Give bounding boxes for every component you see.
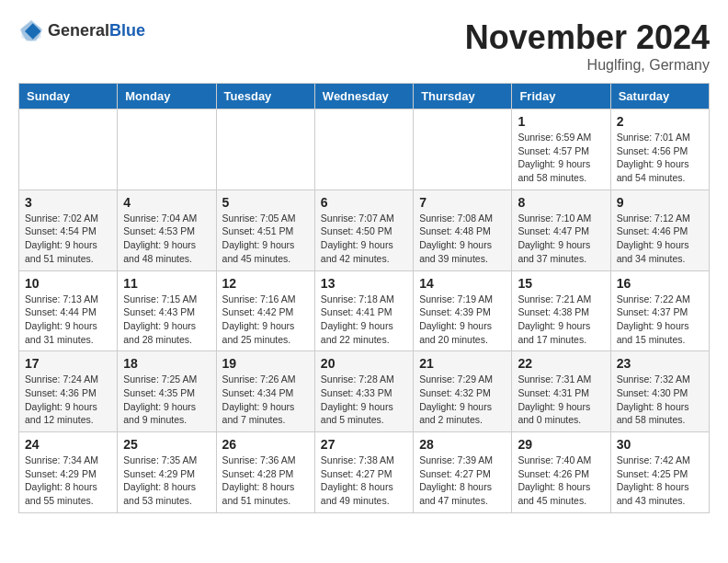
header-tuesday: Tuesday <box>216 84 314 109</box>
calendar-cell: 7Sunrise: 7:08 AM Sunset: 4:48 PM Daylig… <box>414 190 512 270</box>
location-subtitle: Huglfing, Germany <box>465 57 710 74</box>
day-info: Sunrise: 7:07 AM Sunset: 4:50 PM Dayligh… <box>321 212 407 266</box>
day-info: Sunrise: 7:25 AM Sunset: 4:35 PM Dayligh… <box>123 373 210 427</box>
calendar-cell: 9Sunrise: 7:12 AM Sunset: 4:46 PM Daylig… <box>610 190 709 270</box>
day-info: Sunrise: 7:13 AM Sunset: 4:44 PM Dayligh… <box>25 293 111 347</box>
day-number: 13 <box>321 276 407 291</box>
calendar-cell: 15Sunrise: 7:21 AM Sunset: 4:38 PM Dayli… <box>512 270 610 351</box>
day-number: 2 <box>617 114 703 129</box>
calendar-cell: 8Sunrise: 7:10 AM Sunset: 4:47 PM Daylig… <box>512 190 610 270</box>
calendar-cell: 21Sunrise: 7:29 AM Sunset: 4:32 PM Dayli… <box>414 351 512 432</box>
calendar-cell: 10Sunrise: 7:13 AM Sunset: 4:44 PM Dayli… <box>19 270 118 351</box>
day-info: Sunrise: 7:01 AM Sunset: 4:56 PM Dayligh… <box>617 131 703 185</box>
day-info: Sunrise: 7:15 AM Sunset: 4:43 PM Dayligh… <box>123 293 210 347</box>
day-info: Sunrise: 7:31 AM Sunset: 4:31 PM Dayligh… <box>518 373 604 427</box>
day-number: 8 <box>518 195 604 210</box>
calendar-cell: 3Sunrise: 7:02 AM Sunset: 4:54 PM Daylig… <box>19 190 118 270</box>
calendar-cell: 30Sunrise: 7:42 AM Sunset: 4:25 PM Dayli… <box>610 432 709 513</box>
day-number: 4 <box>123 195 210 210</box>
calendar-cell: 5Sunrise: 7:05 AM Sunset: 4:51 PM Daylig… <box>216 190 314 270</box>
calendar: Sunday Monday Tuesday Wednesday Thursday… <box>18 83 710 513</box>
day-number: 10 <box>25 276 111 291</box>
day-number: 12 <box>222 276 309 291</box>
title-area: November 2024 Huglfing, Germany <box>465 18 710 74</box>
day-info: Sunrise: 7:28 AM Sunset: 4:33 PM Dayligh… <box>321 373 407 427</box>
logo: GeneralBlue <box>18 18 145 44</box>
day-number: 29 <box>518 437 604 452</box>
day-number: 21 <box>419 356 506 371</box>
day-info: Sunrise: 7:04 AM Sunset: 4:53 PM Dayligh… <box>123 212 210 266</box>
header-sunday: Sunday <box>19 84 118 109</box>
day-info: Sunrise: 7:35 AM Sunset: 4:29 PM Dayligh… <box>123 454 210 508</box>
day-number: 27 <box>321 437 407 452</box>
logo-general: GeneralBlue <box>48 22 145 40</box>
calendar-cell: 18Sunrise: 7:25 AM Sunset: 4:35 PM Dayli… <box>118 351 216 432</box>
day-number: 14 <box>419 276 506 291</box>
calendar-cell: 4Sunrise: 7:04 AM Sunset: 4:53 PM Daylig… <box>118 190 216 270</box>
calendar-cell <box>19 109 118 190</box>
calendar-cell: 2Sunrise: 7:01 AM Sunset: 4:56 PM Daylig… <box>610 109 709 190</box>
day-info: Sunrise: 7:08 AM Sunset: 4:48 PM Dayligh… <box>419 212 506 266</box>
day-number: 19 <box>222 356 309 371</box>
calendar-cell: 26Sunrise: 7:36 AM Sunset: 4:28 PM Dayli… <box>216 432 314 513</box>
day-number: 28 <box>419 437 506 452</box>
day-info: Sunrise: 7:02 AM Sunset: 4:54 PM Dayligh… <box>25 212 111 266</box>
day-info: Sunrise: 7:29 AM Sunset: 4:32 PM Dayligh… <box>419 373 506 427</box>
day-number: 7 <box>419 195 506 210</box>
calendar-cell: 25Sunrise: 7:35 AM Sunset: 4:29 PM Dayli… <box>118 432 216 513</box>
calendar-cell: 19Sunrise: 7:26 AM Sunset: 4:34 PM Dayli… <box>216 351 314 432</box>
day-info: Sunrise: 6:59 AM Sunset: 4:57 PM Dayligh… <box>518 131 604 185</box>
calendar-cell: 11Sunrise: 7:15 AM Sunset: 4:43 PM Dayli… <box>118 270 216 351</box>
calendar-cell: 16Sunrise: 7:22 AM Sunset: 4:37 PM Dayli… <box>610 270 709 351</box>
day-info: Sunrise: 7:12 AM Sunset: 4:46 PM Dayligh… <box>617 212 703 266</box>
header-thursday: Thursday <box>414 84 512 109</box>
day-info: Sunrise: 7:40 AM Sunset: 4:26 PM Dayligh… <box>518 454 604 508</box>
calendar-cell: 28Sunrise: 7:39 AM Sunset: 4:27 PM Dayli… <box>414 432 512 513</box>
logo-icon <box>18 18 44 44</box>
calendar-cell <box>314 109 413 190</box>
day-number: 5 <box>222 195 309 210</box>
day-info: Sunrise: 7:32 AM Sunset: 4:30 PM Dayligh… <box>617 373 703 427</box>
day-number: 3 <box>25 195 111 210</box>
day-number: 20 <box>321 356 407 371</box>
calendar-cell: 12Sunrise: 7:16 AM Sunset: 4:42 PM Dayli… <box>216 270 314 351</box>
calendar-cell: 13Sunrise: 7:18 AM Sunset: 4:41 PM Dayli… <box>314 270 413 351</box>
day-number: 1 <box>518 114 604 129</box>
calendar-week-row: 10Sunrise: 7:13 AM Sunset: 4:44 PM Dayli… <box>19 270 710 351</box>
day-number: 18 <box>123 356 210 371</box>
calendar-cell: 17Sunrise: 7:24 AM Sunset: 4:36 PM Dayli… <box>19 351 118 432</box>
day-info: Sunrise: 7:16 AM Sunset: 4:42 PM Dayligh… <box>222 293 309 347</box>
calendar-cell: 1Sunrise: 6:59 AM Sunset: 4:57 PM Daylig… <box>512 109 610 190</box>
day-info: Sunrise: 7:39 AM Sunset: 4:27 PM Dayligh… <box>419 454 506 508</box>
header-monday: Monday <box>118 84 216 109</box>
calendar-cell: 6Sunrise: 7:07 AM Sunset: 4:50 PM Daylig… <box>314 190 413 270</box>
day-number: 26 <box>222 437 309 452</box>
calendar-week-row: 1Sunrise: 6:59 AM Sunset: 4:57 PM Daylig… <box>19 109 710 190</box>
day-number: 23 <box>617 356 703 371</box>
header-friday: Friday <box>512 84 610 109</box>
calendar-cell: 22Sunrise: 7:31 AM Sunset: 4:31 PM Dayli… <box>512 351 610 432</box>
header-saturday: Saturday <box>610 84 709 109</box>
header-wednesday: Wednesday <box>314 84 413 109</box>
day-info: Sunrise: 7:21 AM Sunset: 4:38 PM Dayligh… <box>518 293 604 347</box>
day-number: 25 <box>123 437 210 452</box>
calendar-cell: 23Sunrise: 7:32 AM Sunset: 4:30 PM Dayli… <box>610 351 709 432</box>
calendar-cell: 29Sunrise: 7:40 AM Sunset: 4:26 PM Dayli… <box>512 432 610 513</box>
day-number: 6 <box>321 195 407 210</box>
month-title: November 2024 <box>465 18 710 57</box>
day-number: 24 <box>25 437 111 452</box>
day-number: 22 <box>518 356 604 371</box>
header: GeneralBlue November 2024 Huglfing, Germ… <box>18 18 710 74</box>
calendar-cell: 14Sunrise: 7:19 AM Sunset: 4:39 PM Dayli… <box>414 270 512 351</box>
day-number: 17 <box>25 356 111 371</box>
calendar-cell <box>414 109 512 190</box>
day-info: Sunrise: 7:26 AM Sunset: 4:34 PM Dayligh… <box>222 373 309 427</box>
calendar-cell: 27Sunrise: 7:38 AM Sunset: 4:27 PM Dayli… <box>314 432 413 513</box>
calendar-week-row: 3Sunrise: 7:02 AM Sunset: 4:54 PM Daylig… <box>19 190 710 270</box>
calendar-cell <box>216 109 314 190</box>
weekday-header-row: Sunday Monday Tuesday Wednesday Thursday… <box>19 84 710 109</box>
day-number: 16 <box>617 276 703 291</box>
day-info: Sunrise: 7:22 AM Sunset: 4:37 PM Dayligh… <box>617 293 703 347</box>
day-number: 9 <box>617 195 703 210</box>
day-info: Sunrise: 7:05 AM Sunset: 4:51 PM Dayligh… <box>222 212 309 266</box>
